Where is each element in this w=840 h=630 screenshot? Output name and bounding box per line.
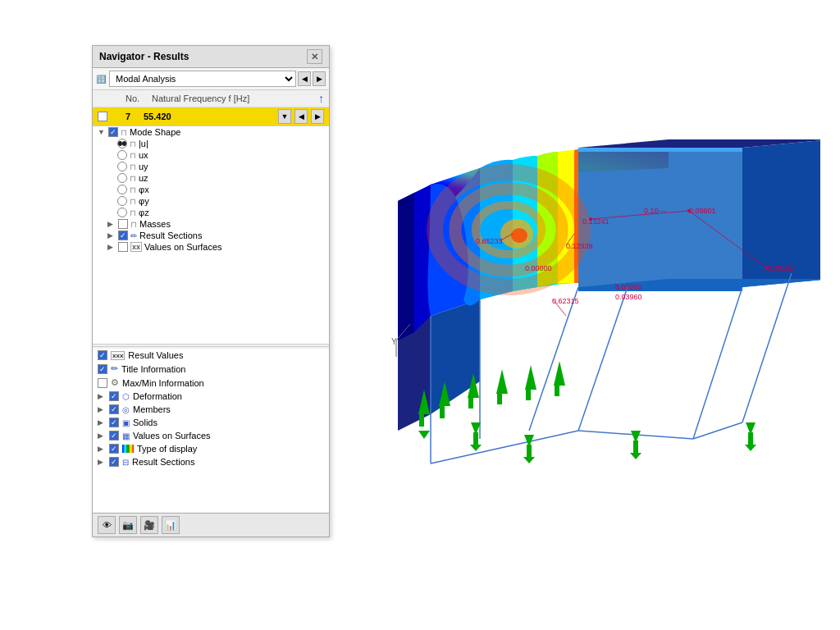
svg-rect-19	[440, 402, 445, 418]
radio-uz[interactable]	[117, 173, 127, 183]
values-on-surfaces-expand-icon: ▶	[107, 243, 116, 251]
svg-text:0.03260: 0.03260	[615, 283, 642, 291]
phiy-label: φy	[139, 196, 149, 206]
result-sections-row[interactable]: ▶ ✓ ✏ Result Sections	[93, 230, 329, 241]
title-information-item[interactable]: ✓ ✏ Title Information	[93, 362, 329, 376]
svg-text:0.00101: 0.00101	[767, 264, 794, 272]
values-on-surfaces-checkbox[interactable]	[118, 242, 128, 252]
type-display-item[interactable]: ▶ ✓ Type of display	[93, 442, 329, 455]
item-phiy[interactable]: ⊓ φy	[93, 195, 329, 207]
values-surfaces-bottom-icon: ▦	[122, 431, 130, 441]
masses-checkbox[interactable]	[118, 219, 128, 229]
values-surfaces-bottom-expand-icon: ▶	[98, 431, 106, 440]
svg-rect-23	[497, 390, 502, 404]
deformation-icon: ⬡	[122, 392, 130, 401]
values-on-surfaces-icon: xx	[130, 242, 142, 252]
deformation-checkbox[interactable]: ✓	[109, 391, 119, 401]
freq-checkbox[interactable]	[98, 112, 107, 121]
panel-title-bar: Navigator - Results ✕	[93, 46, 329, 68]
title-information-checkbox[interactable]: ✓	[98, 364, 107, 374]
item-uy[interactable]: ⊓ uy	[93, 161, 329, 172]
chart-button[interactable]: 📊	[162, 516, 180, 534]
navigator-panel: Navigator - Results ✕ 🔢 Modal Analysis ◀…	[92, 45, 330, 537]
item-ux[interactable]: ⊓ ux	[93, 149, 329, 161]
deformation-item[interactable]: ▶ ✓ ⬡ Deformation	[93, 390, 329, 403]
solids-label: Solids	[133, 418, 158, 427]
svg-text:0.03960: 0.03960	[615, 293, 642, 301]
divider	[93, 346, 329, 347]
result-sections-bottom-checkbox[interactable]: ✓	[109, 457, 119, 467]
item-u-abs[interactable]: ⊓ |u|	[93, 138, 329, 149]
svg-rect-27	[555, 381, 559, 396]
maxmin-information-icon: ⚙	[111, 377, 119, 388]
type-display-label: Type of display	[137, 444, 197, 454]
radio-u-abs[interactable]	[117, 139, 127, 148]
members-checkbox[interactable]: ✓	[109, 404, 119, 414]
result-sections-bottom-icon: ⊟	[122, 458, 129, 467]
result-sections-bottom-label: Result Sections	[132, 457, 194, 467]
type-display-checkbox[interactable]: ✓	[109, 444, 119, 454]
close-button[interactable]: ✕	[307, 49, 322, 64]
u-abs-label: |u|	[139, 139, 148, 148]
bottom-panel: ✓ xxx Result Values ✓ ✏ Title Informatio…	[93, 349, 329, 513]
mode-shape-plane-icon: ⊓	[121, 128, 127, 137]
values-on-surfaces-label: Values on Surfaces	[144, 242, 222, 252]
frequency-row[interactable]: 7 55.420 ▼ ◀ ▶	[93, 107, 329, 126]
item-phix[interactable]: ⊓ φx	[93, 184, 329, 195]
phiz-plane-icon: ⊓	[130, 208, 136, 217]
camera-button[interactable]: 📷	[119, 516, 137, 534]
svg-rect-16	[419, 410, 424, 427]
next-arrow-button[interactable]: ▶	[313, 71, 326, 86]
prev-arrow-button[interactable]: ◀	[298, 71, 311, 86]
radio-uy[interactable]	[117, 162, 127, 171]
result-values-item[interactable]: ✓ xxx Result Values	[93, 349, 329, 362]
result-sections-checkbox[interactable]: ✓	[118, 231, 128, 240]
mode-shape-row[interactable]: ▼ ✓ ⊓ Mode Shape	[93, 126, 329, 138]
freq-dropdown-arrow[interactable]: ▼	[278, 109, 291, 124]
title-information-icon: ✏	[111, 363, 118, 374]
view-button[interactable]: 👁	[98, 516, 116, 534]
uz-plane-icon: ⊓	[130, 174, 136, 183]
members-item[interactable]: ▶ ✓ ◎ Members	[93, 403, 329, 416]
item-uz[interactable]: ⊓ uz	[93, 172, 329, 184]
header-freq: Natural Frequency f [Hz]	[152, 94, 249, 103]
panel-title: Navigator - Results	[99, 51, 189, 62]
result-sections-bottom-item[interactable]: ▶ ✓ ⊟ Result Sections	[93, 455, 329, 468]
members-expand-icon: ▶	[98, 405, 106, 413]
radio-phix[interactable]	[117, 185, 127, 194]
masses-icon: ⊓	[130, 220, 137, 229]
solids-icon: ▣	[122, 418, 130, 427]
result-sections-expand-icon: ▶	[107, 231, 116, 240]
result-values-checkbox[interactable]: ✓	[98, 350, 107, 360]
ux-plane-icon: ⊓	[130, 151, 136, 160]
mode-shape-expand-icon: ▼	[98, 128, 106, 136]
svg-point-65	[589, 217, 592, 221]
tree-area: No. Natural Frequency f [Hz] ↑ 7 55.420 …	[93, 90, 329, 345]
freq-prev-arrow[interactable]: ◀	[294, 109, 308, 124]
title-information-label: Title Information	[121, 364, 185, 374]
values-surfaces-bottom-checkbox[interactable]: ✓	[109, 431, 119, 441]
radio-phiz[interactable]	[117, 208, 127, 217]
tree-header-row: No. Natural Frequency f [Hz] ↑	[93, 90, 329, 107]
analysis-dropdown[interactable]: Modal Analysis	[109, 71, 296, 87]
maxmin-information-checkbox[interactable]	[98, 378, 107, 388]
radio-ux[interactable]	[117, 150, 127, 160]
svg-rect-25	[526, 386, 531, 400]
item-phiz[interactable]: ⊓ φz	[93, 207, 329, 218]
video-button[interactable]: 🎥	[140, 516, 158, 534]
freq-next-arrow[interactable]: ▶	[311, 109, 324, 124]
mode-shape-checkbox[interactable]: ✓	[108, 127, 118, 137]
masses-row[interactable]: ▶ ⊓ Masses	[93, 218, 329, 230]
values-on-surfaces-row[interactable]: ▶ xx Values on Surfaces	[93, 241, 329, 253]
result-sections-icon: ✏	[130, 231, 137, 240]
values-surfaces-bottom-item[interactable]: ▶ ✓ ▦ Values on Surfaces	[93, 429, 329, 442]
phiy-plane-icon: ⊓	[130, 197, 136, 206]
radio-phiy[interactable]	[117, 196, 127, 206]
members-label: Members	[133, 404, 171, 414]
uy-label: uy	[139, 162, 148, 171]
dropdown-icon: 🔢	[96, 75, 106, 84]
maxmin-information-item[interactable]: ⚙ Max/Min Information	[93, 376, 329, 390]
solids-checkbox[interactable]: ✓	[109, 418, 119, 427]
svg-rect-44	[633, 441, 638, 453]
solids-item[interactable]: ▶ ✓ ▣ Solids	[93, 416, 329, 429]
